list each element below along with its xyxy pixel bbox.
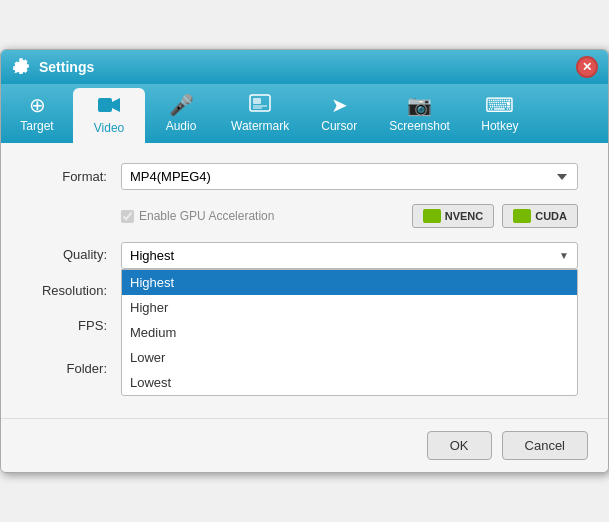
settings-icon xyxy=(11,57,31,77)
gpu-label-text: Enable GPU Acceleration xyxy=(139,209,274,223)
footer: OK Cancel xyxy=(1,418,608,472)
tab-video-label: Video xyxy=(94,121,124,135)
nvenc-icon xyxy=(423,209,441,223)
svg-rect-3 xyxy=(253,98,261,104)
quality-dropdown: Highest Higher Medium Lower Lowest xyxy=(121,269,578,396)
audio-icon: 🎤 xyxy=(169,95,194,115)
tab-target-label: Target xyxy=(20,119,53,133)
settings-content: Format: MP4(MPEG4) AVI MOV GIF FLV TS We… xyxy=(1,143,608,418)
tab-target[interactable]: ⊕ Target xyxy=(1,84,73,143)
cuda-label: CUDA xyxy=(535,210,567,222)
format-label: Format: xyxy=(31,169,121,184)
resolution-label: Resolution: xyxy=(31,283,121,298)
tab-watermark[interactable]: Watermark xyxy=(217,84,303,143)
fps-label: FPS: xyxy=(31,318,121,333)
hotkey-icon: ⌨ xyxy=(485,95,514,115)
quality-select-display[interactable]: Highest ▼ xyxy=(121,242,578,269)
title-bar: Settings ✕ xyxy=(1,50,608,84)
cursor-icon: ➤ xyxy=(331,95,348,115)
video-icon xyxy=(98,96,120,117)
quality-option-higher[interactable]: Higher xyxy=(122,295,577,320)
quality-row: Quality: Highest ▼ Highest Higher Medium… xyxy=(31,242,578,269)
quality-arrow-icon: ▼ xyxy=(559,250,569,261)
gpu-checkbox-label[interactable]: Enable GPU Acceleration xyxy=(121,209,412,223)
tab-cursor-label: Cursor xyxy=(321,119,357,133)
format-row: Format: MP4(MPEG4) AVI MOV GIF FLV TS We… xyxy=(31,163,578,190)
watermark-icon xyxy=(249,94,271,115)
svg-marker-1 xyxy=(112,98,120,112)
format-select[interactable]: MP4(MPEG4) AVI MOV GIF FLV TS WebM xyxy=(121,163,578,190)
nvenc-button[interactable]: NVENC xyxy=(412,204,495,228)
svg-rect-0 xyxy=(98,98,112,112)
gpu-checkbox[interactable] xyxy=(121,210,134,223)
tab-screenshot-label: Screenshot xyxy=(389,119,450,133)
cuda-button[interactable]: CUDA xyxy=(502,204,578,228)
window-title: Settings xyxy=(39,59,576,75)
tab-video[interactable]: Video xyxy=(73,88,145,143)
close-button[interactable]: ✕ xyxy=(576,56,598,78)
tab-screenshot[interactable]: 📷 Screenshot xyxy=(375,84,464,143)
screenshot-icon: 📷 xyxy=(407,95,432,115)
tab-audio-label: Audio xyxy=(166,119,197,133)
format-control: MP4(MPEG4) AVI MOV GIF FLV TS WebM xyxy=(121,163,578,190)
tab-hotkey-label: Hotkey xyxy=(481,119,518,133)
cancel-button[interactable]: Cancel xyxy=(502,431,588,460)
quality-option-lower[interactable]: Lower xyxy=(122,345,577,370)
target-icon: ⊕ xyxy=(29,95,46,115)
gpu-row: Enable GPU Acceleration NVENC CUDA xyxy=(31,204,578,228)
quality-control: Highest ▼ Highest Higher Medium Lower Lo… xyxy=(121,242,578,269)
tab-hotkey[interactable]: ⌨ Hotkey xyxy=(464,84,536,143)
quality-option-lowest[interactable]: Lowest xyxy=(122,370,577,395)
cuda-icon xyxy=(513,209,531,223)
tab-cursor[interactable]: ➤ Cursor xyxy=(303,84,375,143)
tab-audio[interactable]: 🎤 Audio xyxy=(145,84,217,143)
ok-button[interactable]: OK xyxy=(427,431,492,460)
tabs-bar: ⊕ Target Video 🎤 Audio xyxy=(1,84,608,143)
gpu-buttons: NVENC CUDA xyxy=(412,204,578,228)
nvenc-label: NVENC xyxy=(445,210,484,222)
tab-watermark-label: Watermark xyxy=(231,119,289,133)
quality-option-medium[interactable]: Medium xyxy=(122,320,577,345)
quality-label: Quality: xyxy=(31,242,121,262)
quality-selected-value: Highest xyxy=(130,248,174,263)
quality-option-highest[interactable]: Highest xyxy=(122,270,577,295)
folder-label: Folder: xyxy=(31,361,121,376)
settings-window: Settings ✕ ⊕ Target Video 🎤 Audio xyxy=(0,49,609,473)
